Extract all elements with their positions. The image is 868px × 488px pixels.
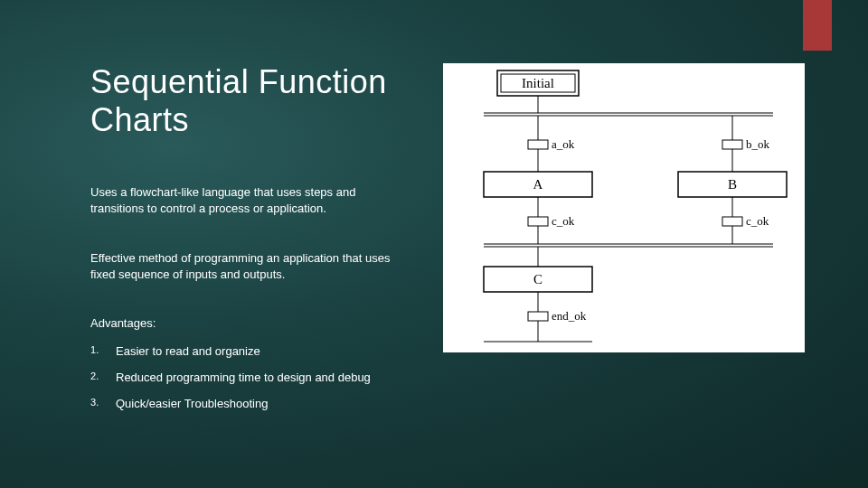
transition-a-ok-box	[528, 140, 548, 149]
text-column: Sequential Function Charts Uses a flowch…	[90, 63, 425, 423]
advantage-item: Quick/easier Troubleshooting	[90, 397, 425, 410]
transition-c-ok-right-label: c_ok	[746, 214, 769, 228]
slide-title: Sequential Function Charts	[90, 63, 425, 139]
transition-c-ok-left-box	[528, 217, 548, 226]
transition-c-ok-left-label: c_ok	[552, 214, 575, 228]
transition-b-ok-label: b_ok	[746, 137, 770, 151]
step-b-label: B	[728, 177, 737, 192]
paragraph-2: Effective method of programming an appli…	[90, 250, 407, 282]
transition-end-ok-label: end_ok	[552, 309, 587, 323]
sfc-diagram-svg: Initial a_ok A c_ok b_ok	[443, 63, 805, 352]
accent-bar	[803, 0, 832, 51]
step-initial-label: Initial	[522, 76, 554, 90]
sfc-diagram: Initial a_ok A c_ok b_ok	[443, 63, 805, 352]
advantage-item: Easier to read and organize	[90, 344, 425, 358]
transition-a-ok-label: a_ok	[552, 137, 575, 151]
advantages-list: Easier to read and organize Reduced prog…	[90, 344, 425, 410]
slide-content: Sequential Function Charts Uses a flowch…	[0, 0, 868, 459]
advantage-item: Reduced programming time to design and d…	[90, 371, 425, 384]
transition-b-ok-box	[722, 140, 742, 149]
paragraph-1: Uses a flowchart-like language that uses…	[90, 184, 407, 216]
transition-c-ok-right-box	[722, 217, 742, 226]
transition-end-ok-box	[528, 312, 548, 321]
step-c-label: C	[533, 272, 542, 286]
advantages-label: Advantages:	[90, 316, 425, 330]
step-a-label: A	[533, 177, 543, 192]
